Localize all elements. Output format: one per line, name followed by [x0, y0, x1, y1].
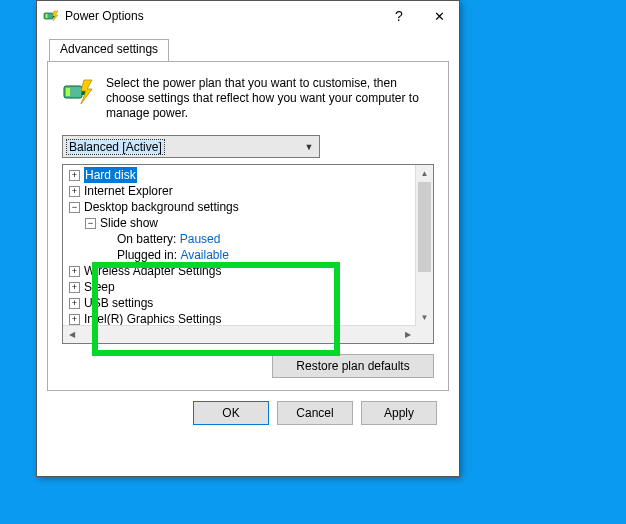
restore-plan-defaults-button[interactable]: Restore plan defaults	[272, 354, 434, 378]
power-options-icon	[43, 8, 59, 24]
tree-item-slide-show[interactable]: − Slide show	[69, 215, 416, 231]
tree-item-hard-disk[interactable]: + Hard disk	[69, 167, 416, 183]
chevron-down-icon: ▼	[301, 142, 317, 152]
tree-item-plugged-in[interactable]: Plugged in: Available	[69, 247, 416, 263]
window-title: Power Options	[65, 9, 379, 23]
tree-item-internet-explorer[interactable]: + Internet Explorer	[69, 183, 416, 199]
power-options-dialog: Power Options ? ✕ Advanced settings Sele…	[36, 0, 460, 477]
scroll-corner	[416, 326, 433, 343]
battery-power-icon	[62, 76, 94, 108]
ok-button[interactable]: OK	[193, 401, 269, 425]
tree-item-wireless-adapter[interactable]: + Wireless Adapter Settings	[69, 263, 416, 279]
power-plan-dropdown[interactable]: Balanced [Active] ▼	[62, 135, 320, 158]
tree-item-intel-graphics[interactable]: + Intel(R) Graphics Settings	[69, 311, 416, 326]
plugged-in-value[interactable]: Available	[180, 247, 228, 263]
scroll-left-icon[interactable]: ◀	[63, 326, 80, 343]
svg-rect-0	[44, 13, 53, 19]
expand-icon[interactable]: +	[69, 314, 80, 325]
scroll-down-icon[interactable]: ▼	[416, 309, 433, 326]
tab-advanced-settings[interactable]: Advanced settings	[49, 39, 169, 63]
intro-text: Select the power plan that you want to c…	[106, 76, 434, 121]
close-button[interactable]: ✕	[419, 3, 459, 29]
collapse-icon[interactable]: −	[85, 218, 96, 229]
scroll-thumb[interactable]	[418, 182, 431, 272]
expand-icon[interactable]: +	[69, 282, 80, 293]
expand-icon[interactable]: +	[69, 298, 80, 309]
tree-item-sleep[interactable]: + Sleep	[69, 279, 416, 295]
tree-item-on-battery[interactable]: On battery: Paused	[69, 231, 416, 247]
tree-item-desktop-background-settings[interactable]: − Desktop background settings	[69, 199, 416, 215]
scroll-up-icon[interactable]: ▲	[416, 165, 433, 182]
tab-panel: Select the power plan that you want to c…	[47, 61, 449, 391]
vertical-scrollbar[interactable]: ▲ ▼	[415, 165, 433, 326]
on-battery-value[interactable]: Paused	[180, 231, 221, 247]
expand-icon[interactable]: +	[69, 266, 80, 277]
power-plan-selected: Balanced [Active]	[67, 140, 164, 154]
tree-item-usb-settings[interactable]: + USB settings	[69, 295, 416, 311]
svg-rect-2	[46, 14, 48, 18]
expand-icon[interactable]: +	[69, 170, 80, 181]
help-button[interactable]: ?	[379, 3, 419, 29]
collapse-icon[interactable]: −	[69, 202, 80, 213]
titlebar[interactable]: Power Options ? ✕	[37, 1, 459, 31]
scroll-right-icon[interactable]: ▶	[399, 326, 416, 343]
settings-tree: + Hard disk + Internet Explorer − Deskto…	[62, 164, 434, 344]
svg-rect-5	[66, 88, 70, 96]
cancel-button[interactable]: Cancel	[277, 401, 353, 425]
horizontal-scrollbar[interactable]: ◀ ▶	[63, 325, 416, 343]
apply-button[interactable]: Apply	[361, 401, 437, 425]
expand-icon[interactable]: +	[69, 186, 80, 197]
